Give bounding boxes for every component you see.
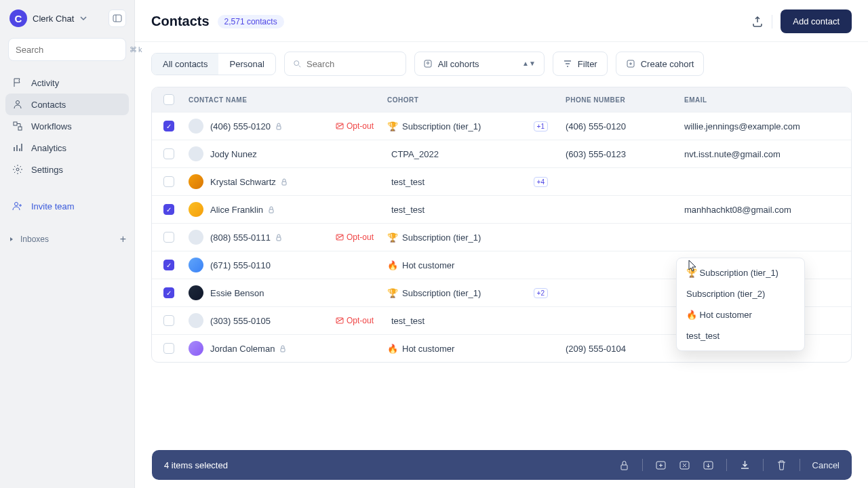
popover-item[interactable]: test_test [677, 325, 804, 346]
col-header-cohort[interactable]: Cohort [387, 96, 566, 104]
cancel-button[interactable]: Cancel [812, 460, 840, 470]
table-row[interactable]: Jody NunezCTPA_2022(603) 555-0123nvt.iss… [152, 140, 851, 167]
filter-icon [563, 59, 572, 68]
row-checkbox[interactable] [163, 204, 174, 215]
popover-item[interactable]: 🏆 Subscription (tier_1) [677, 262, 804, 283]
svg-point-9 [427, 62, 429, 64]
cohort-name: test_test [391, 316, 425, 326]
add-inbox-button[interactable]: + [120, 233, 126, 245]
inboxes-row[interactable]: Inboxes + [0, 225, 134, 253]
avatar [189, 174, 203, 189]
nav-label: Activity [31, 78, 59, 88]
move-cohort-icon[interactable] [703, 460, 714, 471]
filter-button[interactable]: Filter [553, 52, 608, 76]
avatar [189, 230, 203, 245]
search-icon [293, 59, 301, 68]
download-icon[interactable] [739, 460, 751, 471]
invite-team-button[interactable]: Invite team [5, 195, 129, 217]
table-row[interactable]: Krystal Schwartztest_test+4 [152, 167, 851, 195]
nav-item-activity[interactable]: Activity [5, 72, 129, 94]
workspace-name: Clerk Chat [33, 14, 74, 24]
create-cohort-button[interactable]: Create cohort [616, 52, 705, 76]
nav-item-contacts[interactable]: Contacts [5, 94, 129, 115]
svg-rect-18 [281, 348, 285, 352]
row-checkbox[interactable] [163, 315, 174, 326]
svg-point-2 [16, 101, 20, 104]
popover-item[interactable]: Subscription (tier_2) [677, 283, 804, 304]
tab-personal[interactable]: Personal [218, 54, 275, 75]
add-cohort-icon[interactable] [655, 460, 667, 471]
col-header-email[interactable]: Email [684, 96, 851, 104]
tab-all-contacts[interactable]: All contacts [152, 54, 218, 75]
panel-icon [113, 14, 122, 23]
svg-rect-4 [18, 127, 22, 130]
nav-label: Settings [31, 165, 63, 175]
nav-item-analytics[interactable]: Analytics [5, 137, 129, 159]
email-cell: willie.jennings@example.com [684, 121, 851, 131]
toolbar: All contactsPersonal All cohorts ▲▼ Filt… [135, 42, 868, 87]
view-tabs: All contactsPersonal [151, 53, 276, 75]
cohort-name: test_test [391, 205, 425, 215]
divider [726, 459, 727, 471]
phone-cell: (209) 555-0104 [566, 344, 684, 354]
phone-cell: (406) 555-0120 [566, 121, 684, 131]
lock-icon [275, 122, 283, 130]
lock-icon[interactable] [618, 460, 630, 471]
page-title: Contacts [151, 14, 210, 29]
table-row[interactable]: (406) 555-0120Opt-out🏆Subscription (tier… [152, 112, 851, 140]
cohort-more-badge[interactable]: +2 [534, 288, 548, 298]
table-row[interactable]: Alice Franklintest_testmanhhachkt08@gmai… [152, 195, 851, 223]
nav-item-settings[interactable]: Settings [5, 159, 129, 180]
row-checkbox[interactable] [163, 232, 174, 243]
optout-icon [336, 233, 344, 241]
cohort-name: Subscription (tier_1) [402, 121, 481, 131]
col-header-phone[interactable]: Phone Number [566, 96, 684, 104]
row-checkbox[interactable] [163, 260, 174, 270]
contact-name: Essie Benson [210, 288, 264, 298]
workspace-switcher[interactable]: C Clerk Chat [0, 0, 134, 34]
page-header: Contacts 2,571 contacts Add contact [135, 0, 868, 42]
avatar [189, 202, 203, 217]
divider [642, 459, 643, 471]
svg-rect-0 [113, 15, 121, 22]
sidebar-search-input[interactable] [16, 45, 130, 55]
sidebar-search[interactable]: ⌘k [8, 38, 126, 61]
export-icon[interactable] [751, 16, 764, 28]
cohort-name: CTPA_2022 [391, 149, 439, 159]
inboxes-label: Inboxes [20, 235, 49, 244]
table-search-input[interactable] [307, 59, 397, 69]
row-checkbox[interactable] [163, 176, 174, 187]
sidebar: C Clerk Chat ⌘k ActivityContactsWorkflow… [0, 0, 135, 488]
sidebar-collapse-button[interactable] [108, 9, 126, 27]
flag-icon [12, 77, 23, 88]
nav-item-workflows[interactable]: Workflows [5, 115, 129, 137]
divider [800, 459, 800, 471]
lock-icon [267, 205, 275, 214]
select-all-checkbox[interactable] [163, 94, 174, 105]
row-checkbox[interactable] [163, 148, 174, 159]
row-checkbox[interactable] [163, 121, 174, 131]
delete-icon[interactable] [776, 460, 787, 471]
cohort-select[interactable]: All cohorts ▲▼ [414, 52, 545, 76]
contact-name: (303) 555-0105 [210, 316, 271, 326]
contact-name: Jody Nunez [210, 149, 257, 159]
remove-cohort-icon[interactable] [679, 460, 690, 471]
cohort-more-badge[interactable]: +4 [534, 177, 548, 187]
nav-label: Analytics [31, 143, 66, 153]
cohort-popover: 🏆 Subscription (tier_1)Subscription (tie… [676, 258, 805, 351]
gear-icon [12, 164, 23, 175]
table-search[interactable] [284, 52, 406, 76]
nav-label: Contacts [31, 100, 66, 110]
row-checkbox[interactable] [163, 287, 174, 298]
cohort-more-badge[interactable]: +1 [534, 121, 548, 131]
col-header-name[interactable]: Contact Name [186, 96, 387, 104]
cohort-select-value: All cohorts [438, 59, 479, 69]
cohort-emoji: 🏆 [387, 288, 398, 298]
svg-rect-19 [621, 465, 627, 470]
add-contact-button[interactable]: Add contact [781, 9, 852, 33]
selection-bar: 4 items selected Cancel [152, 450, 852, 480]
table-row[interactable]: (808) 555-0111Opt-out🏆Subscription (tier… [152, 223, 851, 251]
row-checkbox[interactable] [163, 343, 174, 354]
popover-item[interactable]: 🔥 Hot customer [677, 304, 804, 325]
optout-badge: Opt-out [336, 121, 374, 131]
